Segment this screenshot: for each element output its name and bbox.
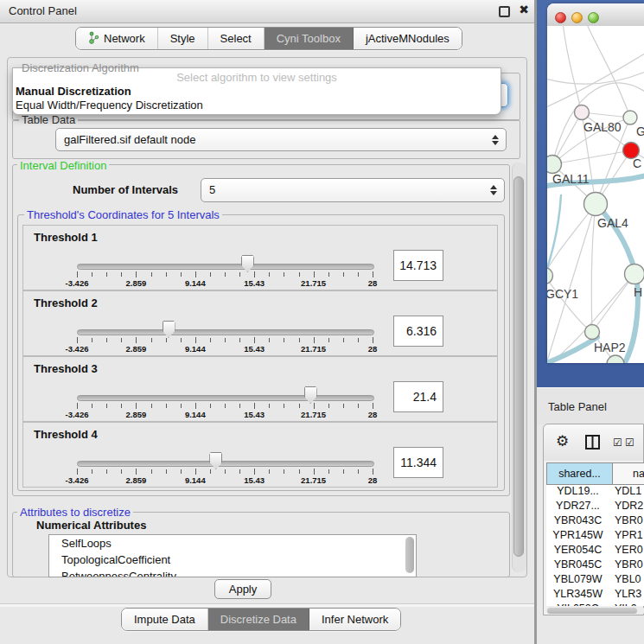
attribute-item-selfloops[interactable]: SelfLoops <box>49 535 416 552</box>
tick-mark <box>92 272 92 277</box>
table-row[interactable]: YIL052CYIL0 <box>546 603 644 606</box>
dropdown-option-manual-discretization[interactable]: Manual Discretization <box>16 85 131 98</box>
tab-infer-network[interactable]: Infer Network <box>309 609 400 630</box>
cell-shared-name: YLR345W <box>546 588 609 603</box>
tick-label: 9.144 <box>185 344 206 354</box>
threshold-3-slider-thumb[interactable] <box>304 386 317 404</box>
network-node-gcy1[interactable] <box>547 268 553 284</box>
threshold-1-value-field[interactable]: 14.713 <box>393 250 443 281</box>
table-row[interactable]: YDL19...YDL1 <box>546 485 644 500</box>
tick-mark <box>239 272 240 277</box>
tab-cyni-toolbox[interactable]: Cyni Toolbox <box>265 28 354 49</box>
threshold-2-value-field[interactable]: 6.316 <box>393 316 443 347</box>
split-columns-icon[interactable] <box>585 435 600 453</box>
table-row[interactable]: YBR045CYBR0 <box>546 558 644 573</box>
tick-mark <box>225 272 226 277</box>
tick-mark <box>299 404 300 408</box>
tab-impute-data[interactable]: Impute Data <box>122 609 208 630</box>
checkbox-icon[interactable]: ☑ <box>613 437 622 449</box>
network-node-h[interactable] <box>625 265 644 284</box>
threshold-1-slider-thumb[interactable] <box>241 255 254 272</box>
table-panel-window: ⚙ ☑ ☑ shared... na YDL19...YDL1YDR27...Y… <box>543 424 644 615</box>
tick-mark <box>92 338 92 342</box>
threshold-row-1: Threshold 1-3.4262.8599.14415.4321.71528… <box>22 225 498 290</box>
network-edge[interactable] <box>547 204 596 363</box>
network-node-label-h: H <box>634 285 642 299</box>
attribute-item-topologicalcoefficient[interactable]: TopologicalCoefficient <box>49 552 416 568</box>
tab-network[interactable]: Network <box>76 28 158 49</box>
table-row[interactable]: YPR145WYPR1 <box>546 529 644 544</box>
threshold-4-slider-track[interactable] <box>77 461 374 467</box>
close-window-icon[interactable]: ✖ <box>519 3 529 16</box>
tick-mark <box>195 337 196 343</box>
table-data-combobox[interactable]: galFiltered.sif default node <box>55 128 507 151</box>
table-row[interactable]: YER054CYER0 <box>546 544 644 558</box>
table-row[interactable]: YBR043CYBR0 <box>546 514 644 529</box>
threshold-label: Threshold 1 <box>34 231 98 244</box>
tick-mark <box>328 272 329 277</box>
network-edge[interactable] <box>592 274 634 332</box>
tick-mark <box>121 338 122 342</box>
network-edge[interactable] <box>552 150 631 164</box>
tab-label: Impute Data <box>134 613 195 626</box>
zoom-light-icon[interactable] <box>588 12 599 23</box>
gear-icon[interactable]: ⚙ <box>556 432 569 450</box>
table-row[interactable]: YLR345WYLR3 <box>546 588 644 603</box>
network-node-gal80[interactable] <box>575 105 590 120</box>
network-node-ga[interactable] <box>623 111 637 124</box>
tab-jactivemnodules[interactable]: jActiveMNodules <box>354 28 462 49</box>
network-graph: GAL80GACGAL11GAL4GCY1HHAP2 <box>547 26 644 363</box>
tick-mark <box>358 338 359 342</box>
minimize-light-icon[interactable] <box>571 12 583 23</box>
threshold-4-value-field[interactable]: 11.344 <box>393 447 443 478</box>
threshold-3-value-field[interactable]: 21.4 <box>393 381 443 412</box>
dropdown-option-equal-width-frequency[interactable]: Equal Width/Frequency Discretization <box>16 99 203 112</box>
threshold-4-slider-thumb[interactable] <box>209 452 222 469</box>
network-edge[interactable] <box>586 26 630 118</box>
list-scrollbar[interactable] <box>405 537 414 573</box>
attribute-item-betweennesscentrality[interactable]: BetweennessCentrality <box>49 568 416 577</box>
tick-mark <box>254 469 255 475</box>
network-edge[interactable] <box>547 276 592 332</box>
cell-shared-name: YBL079W <box>546 573 609 588</box>
number-of-intervals-combobox[interactable]: 5 <box>201 178 505 202</box>
column-header-shared-name[interactable]: shared... <box>546 462 613 485</box>
threshold-3-slider-track[interactable] <box>77 395 374 401</box>
tick-mark <box>358 469 359 474</box>
network-edge[interactable] <box>547 52 644 109</box>
tick-label: 28 <box>368 344 378 354</box>
threshold-1-slider-track[interactable] <box>77 264 374 270</box>
network-edge[interactable] <box>563 26 582 112</box>
network-edge[interactable] <box>591 204 596 332</box>
threshold-2-slider-thumb[interactable] <box>163 321 175 338</box>
tick-mark <box>254 271 255 277</box>
tab-select[interactable]: Select <box>208 28 265 49</box>
numerical-attributes-list: SelfLoopsTopologicalCoefficientBetweenne… <box>48 534 417 577</box>
tick-mark <box>373 337 373 343</box>
column-header-name[interactable]: na <box>613 462 644 485</box>
network-canvas[interactable]: GAL80GACGAL11GAL4GCY1HHAP2 <box>547 26 644 363</box>
control-panel-tabs: NetworkStyleSelectCyni ToolboxjActiveMNo… <box>75 27 462 50</box>
tick-mark <box>106 469 107 474</box>
table-row[interactable]: YBL079WYBL0 <box>546 573 644 588</box>
network-node-gal4[interactable] <box>584 193 608 216</box>
tab-discretize-data[interactable]: Discretize Data <box>208 609 309 630</box>
panel-scrollbar-thumb[interactable] <box>513 176 524 557</box>
checkbox-icon[interactable]: ☑ <box>625 437 634 449</box>
table-hscrollbar-track[interactable] <box>546 607 644 615</box>
network-node-label-hap2: HAP2 <box>594 341 626 354</box>
network-node-gal11[interactable] <box>547 156 562 174</box>
tab-style[interactable]: Style <box>158 28 208 49</box>
float-window-icon[interactable] <box>499 6 510 17</box>
network-window-titlebar[interactable] <box>547 3 644 27</box>
table-row[interactable]: YDR27...YDR2 <box>546 500 644 514</box>
network-edge-highlighted[interactable] <box>547 195 561 276</box>
tick-mark <box>269 469 270 474</box>
close-light-icon[interactable] <box>555 12 566 23</box>
apply-button[interactable]: Apply <box>214 579 271 599</box>
table-hscrollbar-thumb[interactable] <box>547 608 637 614</box>
network-node-hap2[interactable] <box>585 325 600 340</box>
network-node-label-gal11: GAL11 <box>552 172 590 186</box>
network-edge-highlighted[interactable] <box>547 337 597 363</box>
threshold-2-slider-track[interactable] <box>77 329 374 335</box>
